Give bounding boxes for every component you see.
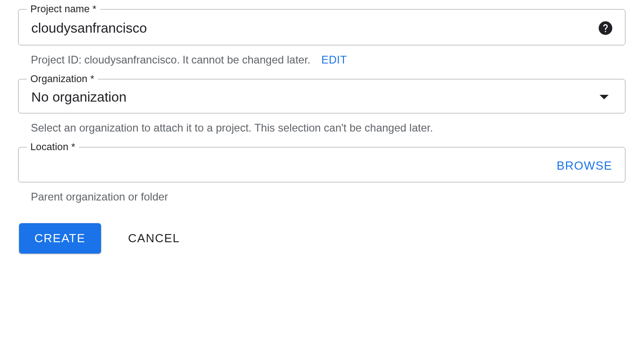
chevron-down-icon bbox=[600, 95, 609, 99]
project-id-helper: Project ID: cloudysanfrancisco. It canno… bbox=[18, 45, 625, 66]
project-id-prefix: Project ID: bbox=[31, 54, 82, 66]
location-row: BROWSE bbox=[19, 147, 625, 182]
project-id-value: cloudysanfrancisco. bbox=[84, 54, 180, 66]
location-fieldset: Location * BROWSE bbox=[18, 147, 625, 182]
action-buttons: CREATE CANCEL bbox=[18, 223, 625, 254]
create-button[interactable]: CREATE bbox=[19, 223, 101, 254]
location-helper: Parent organization or folder bbox=[31, 191, 168, 203]
location-value bbox=[31, 157, 557, 174]
organization-group: Organization * No organization Select an… bbox=[18, 79, 625, 134]
organization-fieldset: Organization * No organization bbox=[18, 79, 625, 113]
organization-helper-row: Select an organization to attach it to a… bbox=[18, 113, 625, 134]
cancel-button[interactable]: CANCEL bbox=[128, 231, 180, 245]
project-id-mid: It bbox=[183, 54, 189, 66]
help-icon[interactable] bbox=[599, 21, 612, 35]
project-name-fieldset: Project name * bbox=[18, 9, 625, 45]
organization-value: No organization bbox=[31, 89, 600, 105]
project-name-input-row bbox=[19, 10, 625, 45]
location-helper-row: Parent organization or folder bbox=[18, 182, 625, 203]
organization-select[interactable]: No organization bbox=[19, 79, 625, 113]
project-id-warning: cannot be changed later. bbox=[191, 54, 310, 66]
project-name-label: Project name * bbox=[27, 3, 100, 15]
organization-label: Organization * bbox=[27, 73, 98, 85]
organization-helper: Select an organization to attach it to a… bbox=[31, 122, 433, 134]
project-name-group: Project name * Project ID: cloudysanfran… bbox=[18, 9, 625, 66]
edit-project-id-link[interactable]: EDIT bbox=[321, 54, 347, 66]
browse-button[interactable]: BROWSE bbox=[557, 159, 612, 173]
project-name-input[interactable] bbox=[31, 20, 593, 36]
new-project-form: Project name * Project ID: cloudysanfran… bbox=[18, 9, 625, 254]
location-group: Location * BROWSE Parent organization or… bbox=[18, 147, 625, 203]
location-label: Location * bbox=[27, 141, 79, 153]
